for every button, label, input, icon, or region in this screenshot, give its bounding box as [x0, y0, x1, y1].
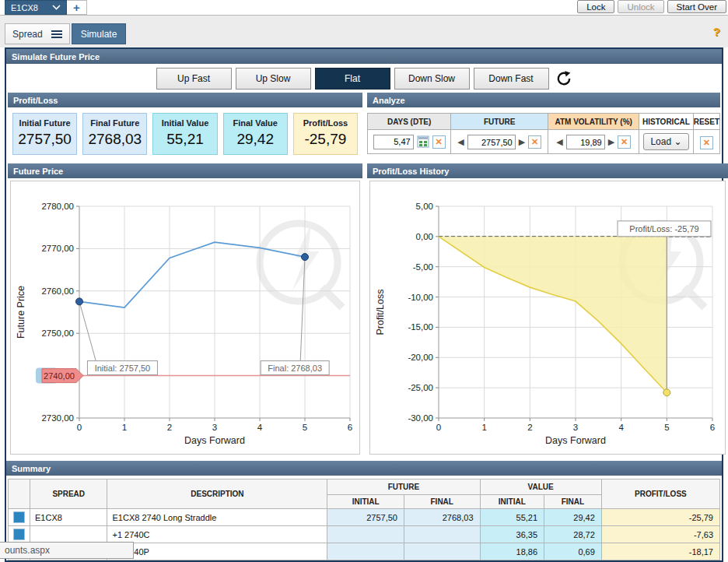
future-decrement-arrow[interactable]: ◀ — [457, 138, 464, 146]
svg-text:6: 6 — [710, 423, 715, 432]
doc-tab-e1cx8[interactable]: E1CX8 — [5, 0, 67, 15]
future-final-cell: 2768,03 — [404, 509, 480, 526]
pl-history-chart-panel: Profit/Loss History 0123456-30,00-25,00-… — [367, 163, 728, 457]
svg-text:4: 4 — [618, 423, 624, 432]
chevron-down-icon — [52, 5, 61, 10]
svg-text:2: 2 — [167, 423, 172, 432]
down-fast-button[interactable]: Down Fast — [474, 68, 549, 90]
analyze-table: DAYS (DTE) FUTURE ATM VOLATILITY (%) HIS… — [367, 113, 720, 154]
refresh-icon[interactable] — [555, 70, 572, 87]
vol-increment-arrow[interactable]: ▶ — [608, 138, 614, 146]
analyze-title: Analyze — [373, 96, 405, 105]
vol-decrement-arrow[interactable]: ◀ — [556, 138, 562, 146]
stat-card-2: Initial Value 55,21 — [152, 113, 217, 155]
svg-text:-15,00: -15,00 — [408, 322, 433, 332]
svg-text:3: 3 — [212, 423, 217, 432]
flat-button[interactable]: Flat — [315, 68, 390, 90]
summary-row-0[interactable]: E1CX8 E1CX8 2740 Long Straddle 2757,50 2… — [9, 509, 720, 526]
hamburger-menu-icon[interactable] — [51, 30, 62, 39]
svg-text:5,00: 5,00 — [416, 202, 433, 211]
stat-card-0: Initial Future 2757,50 — [12, 113, 77, 155]
vol-clear-icon[interactable]: ✕ — [618, 135, 631, 149]
atm-volatility-input[interactable] — [566, 135, 605, 149]
value-final-cell: 28,72 — [544, 526, 602, 543]
future-final-cell — [404, 526, 480, 543]
stat-card-label: Initial Value — [153, 118, 216, 128]
svg-text:1: 1 — [122, 423, 127, 432]
future-price-chart-svg: 01234562730,002750,002760,002770,002780,… — [12, 183, 361, 451]
status-tooltip: ounts.aspx — [0, 542, 134, 559]
summary-row-1[interactable]: +1 2740C 36,35 28,72 -7,63 — [9, 526, 720, 543]
stat-card-3: Final Value 29,42 — [223, 113, 288, 155]
days-dte-input[interactable] — [373, 135, 414, 149]
future-increment-arrow[interactable]: ▶ — [519, 138, 525, 146]
svg-text:6: 6 — [348, 423, 352, 432]
value-final-cell: 29,42 — [544, 509, 602, 526]
stat-card-label: Final Value — [224, 118, 287, 128]
value-initial-cell: 55,21 — [480, 509, 544, 526]
svg-text:0: 0 — [436, 423, 441, 432]
svg-text:-10,00: -10,00 — [408, 293, 433, 302]
stat-card-value: -25,79 — [294, 131, 357, 148]
value-col-group: VALUE — [480, 479, 601, 495]
stat-card-1: Final Future 2768,03 — [82, 113, 147, 155]
description-cell: E1CX8 2740 Long Straddle — [107, 509, 327, 526]
nav-strip: Spread Simulate ? — [0, 16, 728, 47]
simulate-section-title: Simulate Future Price — [12, 52, 100, 61]
profit-loss-cell: -25,79 — [601, 509, 719, 526]
start-over-button[interactable]: Start Over — [667, 0, 726, 13]
unlock-button[interactable]: Unlock — [618, 0, 663, 13]
down-slow-button[interactable]: Down Slow — [394, 68, 470, 90]
future-initial-cell — [327, 543, 404, 560]
svg-text:2730,00: 2730,00 — [41, 413, 74, 423]
future-clear-icon[interactable]: ✕ — [528, 135, 541, 149]
reset-header: RESET — [693, 114, 719, 130]
stat-card-4: Profit/Loss -25,79 — [293, 113, 358, 155]
row-swatch-cell — [9, 526, 30, 543]
svg-text:0: 0 — [77, 423, 82, 432]
pl-history-chart-svg: 0123456-30,00-25,00-20,00-15,00-10,00-5,… — [372, 183, 723, 451]
value-initial-cell: 36,35 — [480, 526, 544, 543]
svg-text:-20,00: -20,00 — [408, 353, 433, 362]
svg-text:-5,00: -5,00 — [413, 262, 433, 272]
future-header: FUTURE — [451, 114, 548, 130]
main-panel: Simulate Future Price Up Fast Up Slow Fl… — [5, 47, 723, 562]
lock-button[interactable]: Lock — [577, 0, 614, 13]
value-final-cell: 0,69 — [544, 543, 602, 560]
profit-loss-title: Profit/Loss — [13, 96, 58, 105]
svg-text:Days Forward: Days Forward — [184, 435, 245, 446]
profit-loss-header: Profit/Loss — [8, 93, 362, 107]
future-price-chart-header: Future Price — [8, 163, 362, 178]
days-clear-icon[interactable]: ✕ — [432, 135, 446, 149]
tab-simulate-label: Simulate — [81, 29, 117, 40]
svg-text:Profit/Loss: -25,79: Profit/Loss: -25,79 — [629, 224, 698, 234]
svg-text:Days Forward: Days Forward — [545, 435, 606, 446]
up-slow-button[interactable]: Up Slow — [236, 68, 311, 90]
up-fast-button[interactable]: Up Fast — [156, 68, 232, 90]
svg-text:Initial: 2757,50: Initial: 2757,50 — [95, 364, 151, 373]
future-price-chart-panel: Future Price 01234562730,002750,002760,0… — [8, 163, 362, 457]
tab-spread-label: Spread — [12, 29, 43, 40]
svg-text:0,00: 0,00 — [416, 232, 433, 241]
reset-icon[interactable]: ✕ — [700, 136, 713, 149]
description-col-header: DESCRIPTION — [107, 479, 327, 509]
stat-card-label: Final Future — [83, 118, 146, 128]
atm-volatility-header: ATM VOLATILITY (%) — [548, 114, 639, 130]
svg-text:2780,00: 2780,00 — [41, 202, 74, 211]
future-col-group: FUTURE — [327, 479, 480, 495]
svg-text:4: 4 — [257, 423, 263, 432]
historical-load-button[interactable]: Load ⌄ — [643, 133, 688, 150]
summary-header: Summary — [6, 461, 722, 476]
tab-simulate[interactable]: Simulate — [72, 23, 126, 44]
top-buttons: Lock Unlock Start Over — [577, 0, 728, 13]
tab-spread[interactable]: Spread — [5, 23, 70, 44]
calendar-icon[interactable] — [417, 135, 429, 148]
stat-card-value: 29,42 — [224, 131, 287, 148]
help-icon[interactable]: ? — [713, 25, 720, 38]
svg-text:2: 2 — [527, 423, 532, 432]
simulate-section-header: Simulate Future Price — [6, 49, 722, 64]
add-tab-button[interactable]: + — [67, 0, 87, 15]
future-input[interactable] — [467, 135, 516, 149]
svg-text:Future Price: Future Price — [16, 286, 26, 339]
future-price-chart: 01234562730,002750,002760,002770,002780,… — [10, 181, 360, 455]
